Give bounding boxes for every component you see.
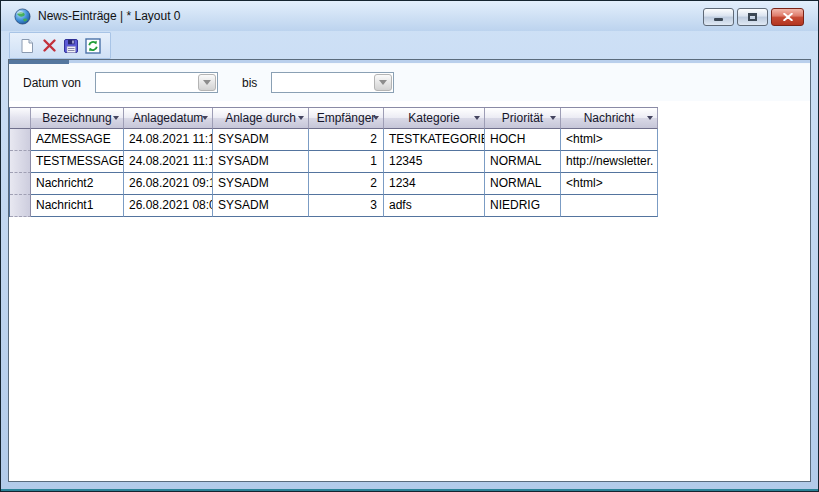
filter-dropdown-icon[interactable] — [474, 116, 480, 120]
cell-anlage-durch: SYSADM — [213, 129, 309, 151]
save-icon — [63, 38, 79, 54]
refresh-button[interactable] — [82, 35, 104, 57]
window-bottom-edge — [1, 489, 818, 491]
minimize-icon — [714, 18, 723, 21]
column-header-label: Priorität — [502, 111, 543, 125]
chevron-down-icon — [379, 80, 387, 85]
column-header-label: Empfänger — [317, 111, 376, 125]
cell-empfaenger: 2 — [309, 129, 384, 151]
panel-header-bar — [9, 60, 810, 64]
cell-anlage-durch: SYSADM — [213, 151, 309, 173]
restore-icon — [748, 13, 757, 21]
chevron-down-icon — [203, 80, 211, 85]
app-window: News-Einträge | * Layout 0 — [0, 0, 819, 492]
globe-icon — [14, 8, 31, 25]
cell-anlage-durch: SYSADM — [213, 173, 309, 195]
filter-bar: Datum von bis — [9, 64, 810, 101]
filter-dropdown-icon[interactable] — [373, 116, 379, 120]
date-to-dropdown-button[interactable] — [374, 74, 392, 91]
date-from-combobox[interactable] — [95, 72, 218, 93]
filter-dropdown-icon[interactable] — [550, 116, 556, 120]
date-from-dropdown-button[interactable] — [198, 74, 216, 91]
table-row[interactable]: Nachricht2 26.08.2021 09:1 SYSADM 2 1234… — [10, 173, 658, 195]
column-header-bezeichnung[interactable]: Bezeichnung — [31, 108, 124, 129]
window-controls — [700, 8, 804, 26]
cell-kategorie: 12345 — [384, 151, 485, 173]
column-header-empfaenger[interactable]: Empfänger — [309, 108, 384, 129]
column-header-label: Kategorie — [408, 111, 459, 125]
cell-nachricht — [561, 195, 658, 217]
close-button[interactable] — [771, 8, 804, 26]
titlebar[interactable]: News-Einträge | * Layout 0 — [1, 1, 818, 31]
cell-empfaenger: 1 — [309, 151, 384, 173]
column-header-prioritaet[interactable]: Priorität — [485, 108, 561, 129]
date-to-label: bis — [242, 76, 257, 90]
save-button[interactable] — [60, 35, 82, 57]
cell-empfaenger: 3 — [309, 195, 384, 217]
filter-dropdown-icon[interactable] — [202, 116, 208, 120]
cell-prioritaet: HOCH — [485, 129, 561, 151]
panel-header-accent — [9, 60, 69, 64]
column-header-label: Anlagedatum — [133, 111, 204, 125]
client-area: Datum von bis Bezeichnung — [8, 59, 811, 482]
filter-dropdown-icon[interactable] — [113, 116, 119, 120]
news-table: Bezeichnung Anlagedatum Anlage durch Emp… — [9, 107, 658, 217]
date-from-label: Datum von — [23, 76, 81, 90]
cell-nachricht: <html> — [561, 129, 658, 151]
delete-button[interactable] — [38, 35, 60, 57]
cell-bezeichnung: Nachricht1 — [31, 195, 124, 217]
table-header-row: Bezeichnung Anlagedatum Anlage durch Emp… — [10, 108, 658, 129]
cell-nachricht: <html> — [561, 173, 658, 195]
filter-dropdown-icon[interactable] — [298, 116, 304, 120]
toolbar-panel — [9, 32, 111, 59]
cell-anlage-durch: SYSADM — [213, 195, 309, 217]
date-to-combobox[interactable] — [271, 72, 394, 93]
cell-prioritaet: NORMAL — [485, 151, 561, 173]
row-selector-header[interactable] — [10, 108, 31, 129]
restore-button[interactable] — [737, 8, 768, 26]
row-selector[interactable] — [10, 173, 31, 195]
filter-dropdown-icon[interactable] — [647, 116, 653, 120]
close-icon — [783, 13, 793, 21]
column-header-anlage-durch[interactable]: Anlage durch — [213, 108, 309, 129]
cell-bezeichnung: Nachricht2 — [31, 173, 124, 195]
toolbar — [9, 32, 111, 59]
cell-bezeichnung: AZMESSAGE — [31, 129, 124, 151]
new-document-icon — [19, 38, 35, 54]
column-header-label: Anlage durch — [225, 111, 296, 125]
cell-empfaenger: 2 — [309, 173, 384, 195]
cell-nachricht: http://newsletter. — [561, 151, 658, 173]
delete-icon — [42, 38, 57, 53]
cell-prioritaet: NIEDRIG — [485, 195, 561, 217]
refresh-icon — [85, 38, 101, 54]
table-row[interactable]: Nachricht1 26.08.2021 08:0 SYSADM 3 adfs… — [10, 195, 658, 217]
table-row[interactable]: AZMESSAGE 24.08.2021 11:1 SYSADM 2 TESTK… — [10, 129, 658, 151]
cell-prioritaet: NORMAL — [485, 173, 561, 195]
cell-anlagedatum: 26.08.2021 08:0 — [124, 195, 213, 217]
table-row[interactable]: TESTMESSAGE 24.08.2021 11:1 SYSADM 1 123… — [10, 151, 658, 173]
new-button[interactable] — [16, 35, 38, 57]
column-header-label: Nachricht — [584, 111, 635, 125]
cell-bezeichnung: TESTMESSAGE — [31, 151, 124, 173]
cell-anlagedatum: 24.08.2021 11:1 — [124, 129, 213, 151]
cell-kategorie: adfs — [384, 195, 485, 217]
column-header-label: Bezeichnung — [42, 111, 111, 125]
row-selector[interactable] — [10, 151, 31, 173]
cell-kategorie: TESTKATEGORIE — [384, 129, 485, 151]
column-header-anlagedatum[interactable]: Anlagedatum — [124, 108, 213, 129]
cell-anlagedatum: 26.08.2021 09:1 — [124, 173, 213, 195]
column-header-kategorie[interactable]: Kategorie — [384, 108, 485, 129]
minimize-button[interactable] — [703, 8, 734, 26]
cell-kategorie: 1234 — [384, 173, 485, 195]
row-selector[interactable] — [10, 129, 31, 151]
cell-anlagedatum: 24.08.2021 11:1 — [124, 151, 213, 173]
column-header-nachricht[interactable]: Nachricht — [561, 108, 658, 129]
window-title: News-Einträge | * Layout 0 — [38, 9, 181, 23]
row-selector[interactable] — [10, 195, 31, 217]
